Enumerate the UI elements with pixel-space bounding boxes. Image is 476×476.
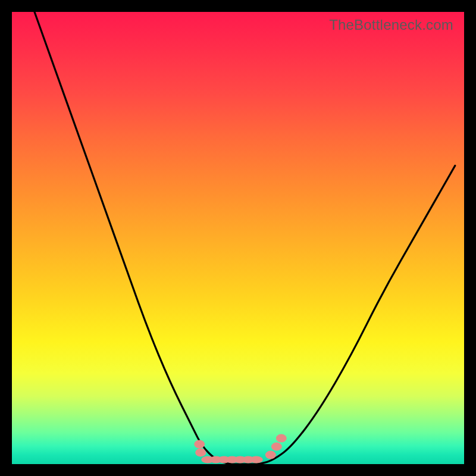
svg-point-11	[276, 434, 287, 443]
svg-point-1	[195, 449, 206, 457]
bottleneck-curve	[35, 12, 455, 464]
svg-point-9	[265, 451, 276, 459]
chart-svg	[12, 12, 464, 464]
svg-point-0	[194, 440, 205, 449]
svg-point-8	[250, 456, 263, 464]
svg-point-10	[271, 443, 282, 451]
chart-frame: TheBottleneck.com	[12, 12, 464, 464]
